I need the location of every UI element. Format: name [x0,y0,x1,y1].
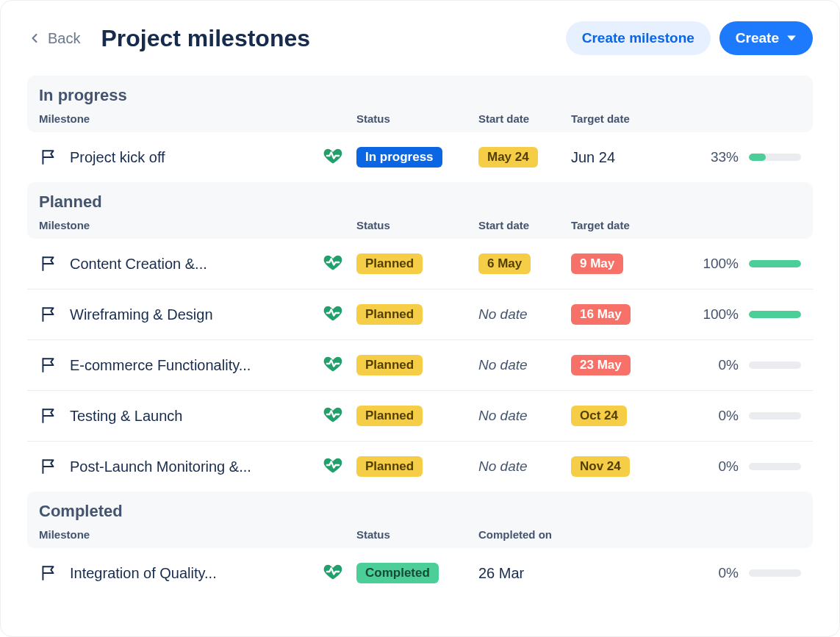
section-rows: Content Creation &... Planned 6 May 9 Ma… [27,239,813,492]
table-row[interactable]: Testing & Launch Planned No date Oct 24 … [27,391,813,442]
progress-bar [749,569,801,577]
progress-bar [749,361,801,369]
table-row[interactable]: Post-Launch Monitoring &... Planned No d… [27,442,813,492]
milestone-name: Integration of Quality... [70,565,217,582]
progress-bar [749,154,801,161]
percent-label: 100% [693,306,744,323]
target-date: Oct 24 [571,406,627,426]
table-row[interactable]: Content Creation &... Planned 6 May 9 Ma… [27,239,813,289]
status-badge: Planned [356,456,423,477]
col-target-date: Target date [571,112,689,125]
start-date: No date [478,306,528,322]
heartbeat-icon [323,252,343,273]
section-title: Planned [39,192,801,212]
start-date: 6 May [478,253,531,274]
status-badge: Planned [356,304,423,325]
section-header: Completed Milestone Status Completed on [27,492,813,548]
percent-label: 0% [693,357,744,373]
status-badge: Planned [356,406,423,426]
heartbeat-icon [323,455,343,475]
section-rows: Integration of Quality... Completed 26 M… [27,548,813,598]
page-header: Back Project milestones Create milestone… [27,21,813,55]
create-milestone-button[interactable]: Create milestone [566,21,711,55]
target-date: Nov 24 [571,456,630,477]
milestone-name: Content Creation &... [70,256,207,273]
percent-label: 100% [693,256,744,272]
flag-icon [39,457,58,476]
target-date: 16 May [571,304,631,325]
col-status: Status [356,112,474,125]
flag-icon [39,406,58,425]
progress-bar [749,311,801,318]
start-date: No date [478,408,528,423]
col-milestone: Milestone [39,112,318,125]
col-milestone: Milestone [39,219,318,231]
percent-label: 0% [693,565,744,581]
heartbeat-icon [323,561,343,582]
start-date: No date [478,357,528,373]
progress-bar [749,260,801,267]
percent-label: 0% [693,458,744,475]
section-header: In progress Milestone Status Start date … [27,76,813,132]
table-row[interactable]: Project kick off In progress May 24 Jun … [27,132,813,182]
flag-icon [39,148,58,167]
column-headers: Milestone Status Start date Target date [39,219,801,231]
flag-icon [39,254,58,273]
start-date: 26 Mar [478,565,524,581]
heartbeat-icon [323,404,343,425]
heartbeat-icon [323,353,343,374]
heartbeat-icon [323,303,343,323]
flag-icon [39,356,58,375]
target-date: Jun 24 [571,149,615,165]
status-badge: Planned [356,253,423,274]
start-date: May 24 [478,147,538,168]
col-start-date: Start date [478,219,567,231]
table-row[interactable]: Integration of Quality... Completed 26 M… [27,548,813,598]
status-badge: In progress [356,147,442,168]
section-title: Completed [39,502,801,521]
progress-bar [749,412,801,420]
flag-icon [39,305,58,324]
back-label: Back [48,30,80,47]
col-completed-on: Completed on [478,528,689,541]
milestone-name: E-commerce Functionality... [70,357,251,374]
back-button[interactable]: Back [27,30,80,47]
heartbeat-icon [323,145,343,166]
percent-label: 33% [693,149,744,165]
col-target-date: Target date [571,219,689,231]
target-date: 23 May [571,355,631,375]
section-header: Planned Milestone Status Start date Targ… [27,182,813,239]
status-badge: Completed [356,563,439,583]
table-row[interactable]: Wireframing & Design Planned No date 16 … [27,289,813,340]
milestone-name: Testing & Launch [70,408,182,425]
table-row[interactable]: E-commerce Functionality... Planned No d… [27,340,813,391]
column-headers: Milestone Status Completed on [39,528,801,541]
flag-icon [39,564,58,583]
create-button[interactable]: Create [719,21,813,55]
section-rows: Project kick off In progress May 24 Jun … [27,132,813,182]
chevron-down-icon [786,34,797,43]
chevron-left-icon [27,31,42,46]
col-milestone: Milestone [39,528,318,541]
col-status: Status [356,219,474,231]
milestone-name: Post-Launch Monitoring &... [70,458,251,475]
status-badge: Planned [356,355,423,375]
col-status: Status [356,528,474,541]
col-start-date: Start date [478,112,567,125]
progress-bar [749,463,801,470]
milestone-name: Project kick off [70,149,165,166]
percent-label: 0% [693,408,744,424]
page-title: Project milestones [101,25,565,52]
target-date: 9 May [571,253,623,274]
column-headers: Milestone Status Start date Target date [39,112,801,125]
start-date: No date [478,458,528,474]
milestone-name: Wireframing & Design [70,306,213,323]
section-title: In progress [39,86,801,105]
create-button-label: Create [736,30,779,46]
